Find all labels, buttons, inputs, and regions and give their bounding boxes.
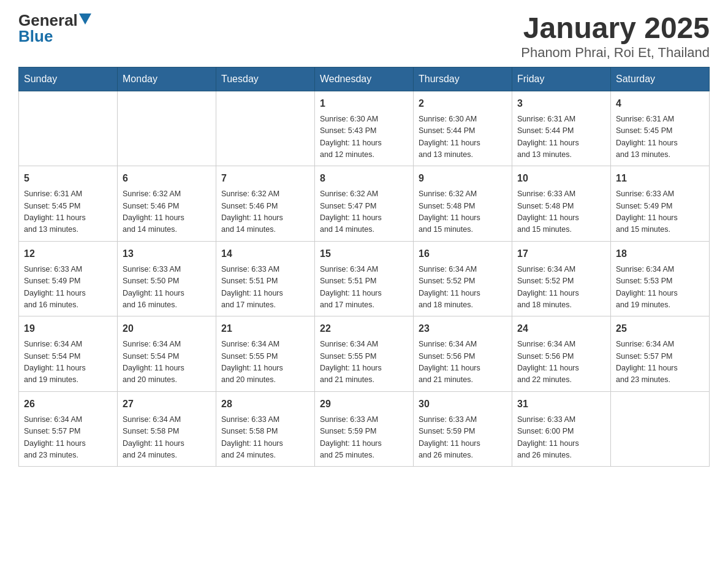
logo: General Blue: [18, 12, 91, 44]
day-number: 16: [419, 247, 507, 261]
logo-triangle-icon: [79, 13, 91, 25]
day-number: 22: [320, 321, 408, 336]
day-number: 10: [517, 171, 605, 186]
calendar-day-cell: 11Sunrise: 6:33 AMSunset: 5:49 PMDayligh…: [611, 166, 710, 242]
day-number: 4: [616, 96, 704, 111]
day-number: 13: [123, 247, 211, 261]
day-number: 7: [221, 171, 309, 186]
day-number: 27: [123, 397, 211, 412]
day-info: Sunrise: 6:34 AMSunset: 5:52 PMDaylight:…: [419, 264, 507, 312]
day-of-week-header: Wednesday: [315, 67, 414, 91]
calendar-day-cell: 15Sunrise: 6:34 AMSunset: 5:51 PMDayligh…: [315, 241, 414, 316]
calendar-day-cell: [216, 91, 315, 166]
day-info: Sunrise: 6:31 AMSunset: 5:45 PMDaylight:…: [616, 113, 704, 161]
day-of-week-header: Tuesday: [216, 67, 315, 91]
title-block: January 2025 Phanom Phrai, Roi Et, Thail…: [521, 12, 710, 61]
logo-general-text: General: [18, 12, 78, 28]
day-info: Sunrise: 6:34 AMSunset: 5:55 PMDaylight:…: [221, 339, 309, 386]
day-info: Sunrise: 6:34 AMSunset: 5:56 PMDaylight:…: [517, 339, 605, 386]
day-number: 31: [517, 397, 605, 412]
day-info: Sunrise: 6:34 AMSunset: 5:54 PMDaylight:…: [123, 339, 211, 386]
calendar-day-cell: 8Sunrise: 6:32 AMSunset: 5:47 PMDaylight…: [315, 166, 414, 242]
day-info: Sunrise: 6:33 AMSunset: 5:58 PMDaylight:…: [221, 414, 309, 462]
page-header: General Blue January 2025 Phanom Phrai, …: [18, 12, 710, 61]
calendar-day-cell: 27Sunrise: 6:34 AMSunset: 5:58 PMDayligh…: [118, 391, 216, 467]
day-info: Sunrise: 6:32 AMSunset: 5:46 PMDaylight:…: [221, 188, 309, 236]
day-info: Sunrise: 6:32 AMSunset: 5:47 PMDaylight:…: [320, 188, 408, 236]
calendar-header-row: SundayMondayTuesdayWednesdayThursdayFrid…: [19, 67, 710, 91]
day-number: 15: [320, 247, 408, 261]
calendar-day-cell: 10Sunrise: 6:33 AMSunset: 5:48 PMDayligh…: [512, 166, 611, 242]
calendar-day-cell: 16Sunrise: 6:34 AMSunset: 5:52 PMDayligh…: [414, 241, 512, 316]
day-number: 30: [419, 397, 507, 412]
day-number: 29: [320, 397, 408, 412]
calendar-week-row: 26Sunrise: 6:34 AMSunset: 5:57 PMDayligh…: [19, 391, 710, 467]
day-number: 25: [616, 321, 704, 336]
day-of-week-header: Thursday: [414, 67, 512, 91]
day-number: 24: [517, 321, 605, 336]
day-number: 14: [221, 247, 309, 261]
day-info: Sunrise: 6:34 AMSunset: 5:54 PMDaylight:…: [24, 339, 112, 386]
day-info: Sunrise: 6:32 AMSunset: 5:46 PMDaylight:…: [123, 188, 211, 236]
day-info: Sunrise: 6:34 AMSunset: 5:58 PMDaylight:…: [123, 414, 211, 462]
calendar-day-cell: [118, 91, 216, 166]
calendar-day-cell: [611, 391, 710, 467]
calendar-day-cell: 6Sunrise: 6:32 AMSunset: 5:46 PMDaylight…: [118, 166, 216, 242]
calendar-week-row: 12Sunrise: 6:33 AMSunset: 5:49 PMDayligh…: [19, 241, 710, 316]
day-of-week-header: Sunday: [19, 67, 118, 91]
day-info: Sunrise: 6:30 AMSunset: 5:44 PMDaylight:…: [419, 113, 507, 161]
day-number: 3: [517, 96, 605, 111]
calendar-day-cell: 31Sunrise: 6:33 AMSunset: 6:00 PMDayligh…: [512, 391, 611, 467]
calendar-day-cell: 14Sunrise: 6:33 AMSunset: 5:51 PMDayligh…: [216, 241, 315, 316]
calendar-day-cell: 13Sunrise: 6:33 AMSunset: 5:50 PMDayligh…: [118, 241, 216, 316]
calendar-day-cell: 25Sunrise: 6:34 AMSunset: 5:57 PMDayligh…: [611, 316, 710, 392]
calendar-day-cell: 30Sunrise: 6:33 AMSunset: 5:59 PMDayligh…: [414, 391, 512, 467]
calendar-day-cell: 18Sunrise: 6:34 AMSunset: 5:53 PMDayligh…: [611, 241, 710, 316]
day-info: Sunrise: 6:33 AMSunset: 5:59 PMDaylight:…: [320, 414, 408, 462]
day-number: 5: [24, 171, 112, 186]
calendar-week-row: 19Sunrise: 6:34 AMSunset: 5:54 PMDayligh…: [19, 316, 710, 392]
day-number: 20: [123, 321, 211, 336]
day-of-week-header: Saturday: [611, 67, 710, 91]
calendar-day-cell: 7Sunrise: 6:32 AMSunset: 5:46 PMDaylight…: [216, 166, 315, 242]
day-info: Sunrise: 6:32 AMSunset: 5:48 PMDaylight:…: [419, 188, 507, 236]
day-number: 23: [419, 321, 507, 336]
calendar-day-cell: 20Sunrise: 6:34 AMSunset: 5:54 PMDayligh…: [118, 316, 216, 392]
calendar-day-cell: [19, 91, 118, 166]
calendar-day-cell: 23Sunrise: 6:34 AMSunset: 5:56 PMDayligh…: [414, 316, 512, 392]
day-number: 2: [419, 96, 507, 111]
day-info: Sunrise: 6:34 AMSunset: 5:55 PMDaylight:…: [320, 339, 408, 386]
day-number: 19: [24, 321, 112, 336]
day-of-week-header: Friday: [512, 67, 611, 91]
day-number: 9: [419, 171, 507, 186]
day-info: Sunrise: 6:33 AMSunset: 5:50 PMDaylight:…: [123, 264, 211, 312]
day-info: Sunrise: 6:34 AMSunset: 5:53 PMDaylight:…: [616, 264, 704, 312]
day-of-week-header: Monday: [118, 67, 216, 91]
calendar-day-cell: 29Sunrise: 6:33 AMSunset: 5:59 PMDayligh…: [315, 391, 414, 467]
day-info: Sunrise: 6:34 AMSunset: 5:56 PMDaylight:…: [419, 339, 507, 386]
calendar-week-row: 1Sunrise: 6:30 AMSunset: 5:43 PMDaylight…: [19, 91, 710, 166]
calendar-day-cell: 24Sunrise: 6:34 AMSunset: 5:56 PMDayligh…: [512, 316, 611, 392]
calendar-table: SundayMondayTuesdayWednesdayThursdayFrid…: [18, 67, 710, 467]
day-info: Sunrise: 6:31 AMSunset: 5:45 PMDaylight:…: [24, 188, 112, 236]
calendar-title: January 2025: [521, 12, 710, 45]
calendar-day-cell: 4Sunrise: 6:31 AMSunset: 5:45 PMDaylight…: [611, 91, 710, 166]
day-number: 18: [616, 247, 704, 261]
day-info: Sunrise: 6:33 AMSunset: 5:59 PMDaylight:…: [419, 414, 507, 462]
calendar-week-row: 5Sunrise: 6:31 AMSunset: 5:45 PMDaylight…: [19, 166, 710, 242]
day-info: Sunrise: 6:34 AMSunset: 5:52 PMDaylight:…: [517, 264, 605, 312]
day-number: 21: [221, 321, 309, 336]
day-number: 17: [517, 247, 605, 261]
calendar-day-cell: 9Sunrise: 6:32 AMSunset: 5:48 PMDaylight…: [414, 166, 512, 242]
calendar-day-cell: 26Sunrise: 6:34 AMSunset: 5:57 PMDayligh…: [19, 391, 118, 467]
calendar-day-cell: 1Sunrise: 6:30 AMSunset: 5:43 PMDaylight…: [315, 91, 414, 166]
calendar-day-cell: 28Sunrise: 6:33 AMSunset: 5:58 PMDayligh…: [216, 391, 315, 467]
calendar-day-cell: 19Sunrise: 6:34 AMSunset: 5:54 PMDayligh…: [19, 316, 118, 392]
day-info: Sunrise: 6:34 AMSunset: 5:57 PMDaylight:…: [616, 339, 704, 386]
day-info: Sunrise: 6:34 AMSunset: 5:57 PMDaylight:…: [24, 414, 112, 462]
day-number: 6: [123, 171, 211, 186]
calendar-day-cell: 21Sunrise: 6:34 AMSunset: 5:55 PMDayligh…: [216, 316, 315, 392]
day-info: Sunrise: 6:34 AMSunset: 5:51 PMDaylight:…: [320, 264, 408, 312]
day-info: Sunrise: 6:30 AMSunset: 5:43 PMDaylight:…: [320, 113, 408, 161]
calendar-day-cell: 22Sunrise: 6:34 AMSunset: 5:55 PMDayligh…: [315, 316, 414, 392]
